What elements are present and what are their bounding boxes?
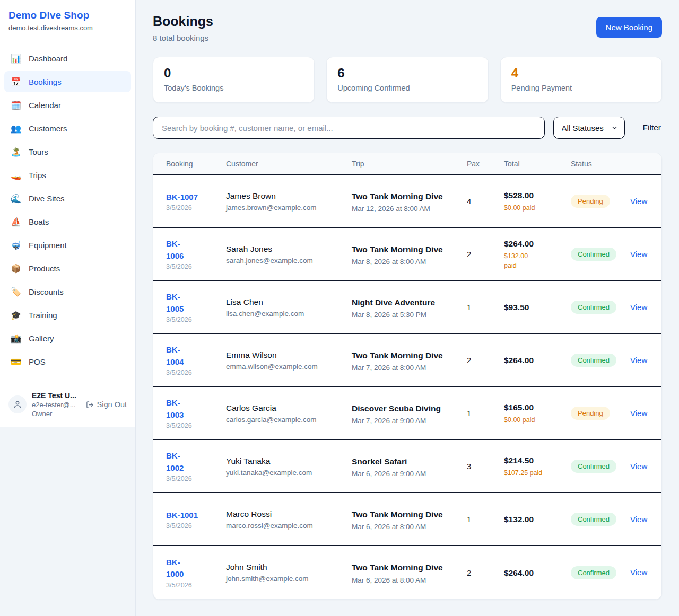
sidebar-item-label: Discounts xyxy=(29,287,64,296)
booking-date: 3/5/2026 xyxy=(166,316,226,323)
sidebar-item-label: Calendar xyxy=(29,101,61,110)
sidebar-item-dive-sites[interactable]: 🌊 Dive Sites xyxy=(4,188,131,209)
view-link[interactable]: View xyxy=(630,568,647,577)
status-badge: Confirmed xyxy=(571,566,616,579)
status-badge: Pending xyxy=(571,195,610,208)
total-amount: $264.00 xyxy=(504,567,571,579)
sidebar-item-discounts[interactable]: 🏷️ Discounts xyxy=(4,281,131,302)
trip-datetime: Mar 6, 2026 at 8:00 AM xyxy=(352,576,467,584)
column-header-trip: Trip xyxy=(352,160,467,168)
customer-email: john.smith@example.com xyxy=(226,575,352,583)
column-header-customer: Customer xyxy=(226,160,352,168)
customer-name: Lisa Chen xyxy=(226,297,352,307)
sidebar-item-customers[interactable]: 👥 Customers xyxy=(4,118,131,139)
sidebar-item-calendar[interactable]: 🗓️ Calendar xyxy=(4,94,131,116)
column-header-booking: Booking xyxy=(166,160,226,168)
customer-email: emma.wilson@example.com xyxy=(226,363,352,371)
view-link[interactable]: View xyxy=(630,250,647,259)
view-link[interactable]: View xyxy=(630,515,647,524)
bookings-icon: 📅 xyxy=(10,77,22,87)
customer-name: James Brown xyxy=(226,191,352,201)
total-amount: $214.50 xyxy=(504,455,571,467)
trip-datetime: Mar 8, 2026 at 8:00 AM xyxy=(352,258,467,266)
status-badge: Confirmed xyxy=(571,460,616,473)
total-bookings-count: 8 total bookings xyxy=(153,33,213,42)
paid-amount: $0.00 paid xyxy=(504,415,571,425)
pax-count: 1 xyxy=(467,409,504,418)
products-icon: 📦 xyxy=(10,263,22,274)
status-badge: Confirmed xyxy=(571,354,616,367)
trip-name: Snorkel Safari xyxy=(352,455,445,468)
status-filter-select[interactable]: All Statuses xyxy=(553,117,625,139)
booking-date: 3/5/2026 xyxy=(166,422,226,429)
column-header-total: Total xyxy=(504,160,571,168)
sidebar-item-tours[interactable]: 🏝️ Tours xyxy=(4,141,131,162)
paid-amount: $0.00 paid xyxy=(504,203,571,213)
sidebar-item-label: Trips xyxy=(29,171,46,180)
sidebar-item-pos[interactable]: 💳 POS xyxy=(4,351,131,372)
filter-button[interactable]: Filter xyxy=(642,121,662,135)
stat-label: Today's Bookings xyxy=(164,84,303,92)
trip-name: Discover Scuba Diving xyxy=(352,402,445,415)
view-link[interactable]: View xyxy=(630,303,647,312)
sidebar-item-label: Equipment xyxy=(29,241,67,250)
booking-id-link[interactable]: BK-1005 xyxy=(166,292,184,313)
sidebar-item-equipment[interactable]: 🤿 Equipment xyxy=(4,234,131,256)
sign-out-button[interactable]: Sign Out xyxy=(86,400,127,409)
pax-count: 3 xyxy=(467,462,504,471)
sidebar-item-boats[interactable]: ⛵ Boats xyxy=(4,211,131,232)
sidebar-item-label: Dashboard xyxy=(29,54,67,63)
dashboard-icon: 📊 xyxy=(10,54,22,64)
table-row: BK-1002 3/5/2026 Yuki Tanaka yuki.tanaka… xyxy=(153,440,661,493)
status-badge: Confirmed xyxy=(571,301,616,314)
customer-email: lisa.chen@example.com xyxy=(226,310,352,318)
stat-value: 0 xyxy=(164,66,303,80)
column-header-status: Status xyxy=(571,160,630,168)
sidebar-item-label: Gallery xyxy=(29,334,54,343)
customer-name: John Smith xyxy=(226,562,352,572)
brand: Demo Dive Shop demo.test.divestreams.com xyxy=(0,0,135,40)
booking-id-link[interactable]: BK-1002 xyxy=(166,451,184,472)
sidebar-item-dashboard[interactable]: 📊 Dashboard xyxy=(4,48,131,69)
stat-value: 4 xyxy=(511,66,651,80)
booking-date: 3/5/2026 xyxy=(166,369,226,376)
table-row: BK-1007 3/5/2026 James Brown james.brown… xyxy=(153,175,661,228)
trip-name: Two Tank Morning Dive xyxy=(352,561,445,574)
search-input[interactable] xyxy=(153,117,545,139)
booking-date: 3/5/2026 xyxy=(166,204,226,212)
view-link[interactable]: View xyxy=(630,462,647,471)
page-title: Bookings xyxy=(153,14,213,29)
booking-id-link[interactable]: BK-1004 xyxy=(166,345,184,366)
booking-id-link[interactable]: BK-1001 xyxy=(166,511,198,520)
sidebar-item-gallery[interactable]: 📸 Gallery xyxy=(4,328,131,349)
sidebar: Demo Dive Shop demo.test.divestreams.com… xyxy=(0,0,136,616)
total-amount: $264.00 xyxy=(504,355,571,366)
customer-name: Carlos Garcia xyxy=(226,403,352,413)
sidebar-item-products[interactable]: 📦 Products xyxy=(4,258,131,279)
view-link[interactable]: View xyxy=(630,409,647,418)
booking-id-link[interactable]: BK-1006 xyxy=(166,239,184,260)
new-booking-button[interactable]: New Booking xyxy=(596,17,662,38)
sidebar-item-trips[interactable]: 🚤 Trips xyxy=(4,164,131,186)
customer-name: Emma Wilson xyxy=(226,350,352,360)
sidebar-nav: 📊 Dashboard 📅 Bookings 🗓️ Calendar 👥 Cus… xyxy=(0,40,135,380)
user-role: Owner xyxy=(32,410,76,418)
table-row: BK-1001 3/5/2026 Marco Rossi marco.rossi… xyxy=(153,493,661,546)
table-row: BK-1003 3/5/2026 Carlos Garcia carlos.ga… xyxy=(153,387,661,440)
sidebar-item-training[interactable]: 🎓 Training xyxy=(4,304,131,325)
table-row: BK-1000 3/5/2026 John Smith john.smith@e… xyxy=(153,546,661,599)
booking-id-link[interactable]: BK-1003 xyxy=(166,398,184,419)
tours-icon: 🏝️ xyxy=(10,147,22,157)
sidebar-item-label: Training xyxy=(29,311,57,320)
trip-datetime: Mar 6, 2026 at 9:00 AM xyxy=(352,470,467,478)
trip-datetime: Mar 6, 2026 at 8:00 AM xyxy=(352,523,467,531)
booking-id-link[interactable]: BK-1000 xyxy=(166,558,184,579)
pax-count: 2 xyxy=(467,356,504,365)
customer-name: Sarah Jones xyxy=(226,244,352,254)
view-link[interactable]: View xyxy=(630,356,647,365)
sidebar-item-bookings[interactable]: 📅 Bookings xyxy=(4,71,131,92)
total-amount: $165.00 xyxy=(504,402,571,413)
total-amount: $132.00 xyxy=(504,514,571,525)
booking-id-link[interactable]: BK-1007 xyxy=(166,192,198,201)
view-link[interactable]: View xyxy=(630,197,647,206)
